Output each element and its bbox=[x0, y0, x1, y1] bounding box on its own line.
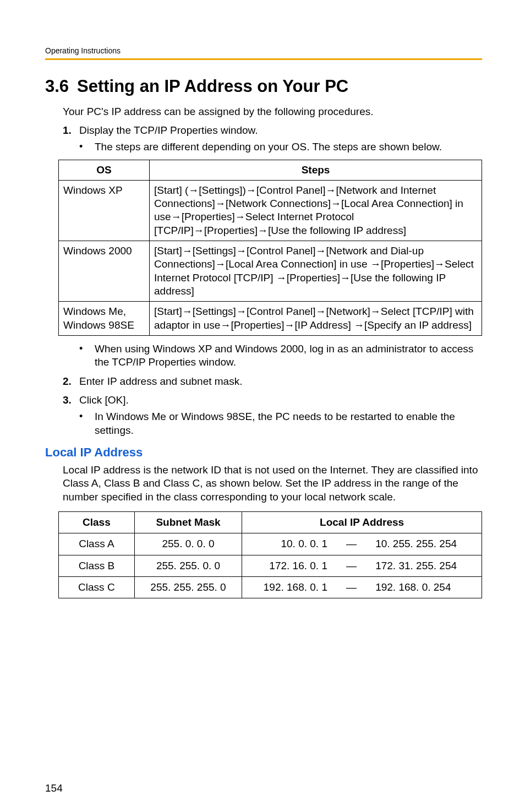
page: Operating Instructions 3.6Setting an IP … bbox=[0, 0, 525, 812]
table-row: Windows XP [Start] (→[Settings])→[Contro… bbox=[59, 180, 482, 241]
ip-to-cell: 10. 255. 255. 254 bbox=[367, 533, 482, 555]
bullet-text: In Windows Me or Windows 98SE, the PC ne… bbox=[95, 410, 482, 437]
ip-class-cell: Class C bbox=[59, 576, 135, 598]
table-row: Class B 255. 255. 0. 0 172. 16. 0. 1 — 1… bbox=[59, 555, 482, 576]
ip-dash-cell: — bbox=[336, 576, 367, 598]
steps-list-cont: • When using Windows XP and Windows 2000… bbox=[63, 342, 482, 437]
ip-dash-cell: — bbox=[336, 533, 367, 555]
bullet-text: When using Windows XP and Windows 2000, … bbox=[95, 342, 482, 369]
local-ip-intro: Local IP address is the network ID that … bbox=[63, 464, 482, 504]
step-3: 3. Click [OK]. • In Windows Me or Window… bbox=[63, 394, 482, 437]
steps-cell: [Start]→[Settings]→[Control Panel]→[Netw… bbox=[150, 302, 482, 336]
step-number: 2. bbox=[63, 375, 79, 388]
table-row: Windows 2000 [Start]→[Settings]→[Control… bbox=[59, 241, 482, 302]
ip-to-cell: 172. 31. 255. 254 bbox=[367, 555, 482, 576]
bullet-item: • The steps are different depending on y… bbox=[79, 140, 482, 154]
ip-from-cell: 192. 168. 0. 1 bbox=[242, 576, 336, 598]
step-text: Enter IP address and subnet mask. bbox=[79, 375, 242, 387]
step-number: 1. bbox=[63, 124, 79, 137]
step3-bullets: • In Windows Me or Windows 98SE, the PC … bbox=[79, 410, 482, 437]
step-text: Click [OK]. bbox=[79, 394, 129, 406]
running-head: Operating Instructions bbox=[45, 46, 482, 60]
ip-head-class: Class bbox=[59, 511, 135, 533]
ip-dash-cell: — bbox=[336, 555, 367, 576]
local-ip-table: Class Subnet Mask Local IP Address Class… bbox=[58, 511, 482, 598]
step-text: Display the TCP/IP Properties window. bbox=[79, 124, 258, 136]
steps-list: 1. Display the TCP/IP Properties window.… bbox=[63, 124, 482, 154]
ip-from-cell: 172. 16. 0. 1 bbox=[242, 555, 336, 576]
ip-head-mask: Subnet Mask bbox=[134, 511, 242, 533]
ip-mask-cell: 255. 255. 255. 0 bbox=[134, 576, 242, 598]
step-number: 3. bbox=[63, 394, 79, 407]
step-1: 1. Display the TCP/IP Properties window.… bbox=[63, 124, 482, 154]
table-row: Windows Me, Windows 98SE [Start]→[Settin… bbox=[59, 302, 482, 336]
section-title: 3.6Setting an IP Address on Your PC bbox=[45, 75, 482, 97]
step1-bullets: • The steps are different depending on y… bbox=[79, 140, 482, 154]
ip-to-cell: 192. 168. 0. 254 bbox=[367, 576, 482, 598]
steps-cell: [Start] (→[Settings])→[Control Panel]→[N… bbox=[150, 180, 482, 241]
os-steps-table: OS Steps Windows XP [Start] (→[Settings]… bbox=[58, 160, 482, 336]
bullet-dot-icon: • bbox=[79, 410, 95, 423]
ip-class-cell: Class B bbox=[59, 555, 135, 576]
table-row: Class A 255. 0. 0. 0 10. 0. 0. 1 — 10. 2… bbox=[59, 533, 482, 555]
post-table-bullets: • When using Windows XP and Windows 2000… bbox=[79, 342, 482, 369]
bullet-dot-icon: • bbox=[79, 342, 95, 355]
os-cell: Windows 2000 bbox=[59, 241, 150, 302]
local-ip-heading: Local IP Address bbox=[45, 445, 482, 460]
os-steps-table-wrap: OS Steps Windows XP [Start] (→[Settings]… bbox=[58, 160, 482, 336]
ip-class-cell: Class A bbox=[59, 533, 135, 555]
ip-from-cell: 10. 0. 0. 1 bbox=[242, 533, 336, 555]
section-number: 3.6 bbox=[45, 75, 77, 97]
section-title-text: Setting an IP Address on Your PC bbox=[77, 77, 348, 96]
os-steps-head-os: OS bbox=[59, 160, 150, 180]
bullet-item: • In Windows Me or Windows 98SE, the PC … bbox=[79, 410, 482, 437]
intro-text: Your PC's IP address can be assigned by … bbox=[63, 105, 482, 118]
ip-head-addr: Local IP Address bbox=[242, 511, 482, 533]
table-row: Class C 255. 255. 255. 0 192. 168. 0. 1 … bbox=[59, 576, 482, 598]
os-steps-head-steps: Steps bbox=[150, 160, 482, 180]
steps-cell: [Start]→[Settings]→[Control Panel]→[Netw… bbox=[150, 241, 482, 302]
post-table-bullet-wrap: • When using Windows XP and Windows 2000… bbox=[79, 342, 482, 369]
ip-mask-cell: 255. 255. 0. 0 bbox=[134, 555, 242, 576]
ip-mask-cell: 255. 0. 0. 0 bbox=[134, 533, 242, 555]
ip-table-wrap: Class Subnet Mask Local IP Address Class… bbox=[58, 511, 482, 598]
os-cell: Windows XP bbox=[59, 180, 150, 241]
bullet-dot-icon: • bbox=[79, 140, 95, 153]
bullet-item: • When using Windows XP and Windows 2000… bbox=[79, 342, 482, 369]
step-2: 2. Enter IP address and subnet mask. bbox=[63, 375, 482, 388]
os-cell: Windows Me, Windows 98SE bbox=[59, 302, 150, 336]
bullet-text: The steps are different depending on you… bbox=[95, 140, 482, 154]
page-number: 154 bbox=[45, 782, 63, 795]
